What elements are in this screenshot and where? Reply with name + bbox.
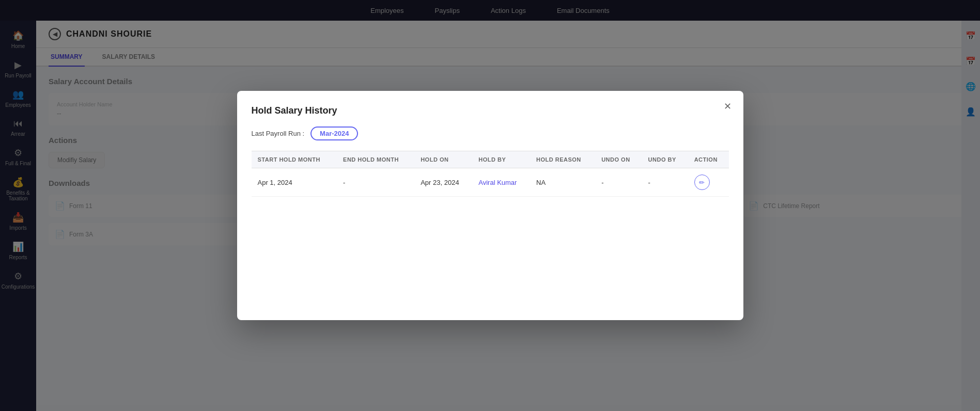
cell-undo-on: - [595, 168, 642, 197]
cell-undo-by: - [642, 168, 688, 197]
col-hold-on: HOLD ON [414, 151, 472, 168]
col-undo-on: UNDO ON [595, 151, 642, 168]
edit-icon: ✏ [699, 179, 705, 186]
hold-by-link[interactable]: Aviral Kumar [478, 179, 517, 186]
cell-action: ✏ [688, 168, 729, 197]
modal-table-container: START HOLD MONTH END HOLD MONTH HOLD ON … [252, 151, 729, 306]
last-payroll-label: Last Payroll Run : [252, 130, 305, 137]
cell-end-hold-month: - [337, 168, 414, 197]
modal-title: Hold Salary History [252, 105, 729, 116]
edit-action-button[interactable]: ✏ [694, 175, 710, 190]
col-hold-by: HOLD BY [472, 151, 530, 168]
cell-hold-reason: NA [530, 168, 595, 197]
modal-overlay: ✕ Hold Salary History Last Payroll Run :… [0, 0, 980, 411]
last-payroll-row: Last Payroll Run : Mar-2024 [252, 127, 729, 140]
last-payroll-badge: Mar-2024 [310, 127, 358, 140]
modal-close-button[interactable]: ✕ [721, 99, 735, 114]
cell-hold-by: Aviral Kumar [472, 168, 530, 197]
hold-salary-table: START HOLD MONTH END HOLD MONTH HOLD ON … [252, 151, 729, 197]
cell-hold-on: Apr 23, 2024 [414, 168, 472, 197]
table-row: Apr 1, 2024 - Apr 23, 2024 Aviral Kumar … [252, 168, 729, 197]
col-undo-by: UNDO BY [642, 151, 688, 168]
col-start-hold-month: START HOLD MONTH [252, 151, 337, 168]
col-action: ACTION [688, 151, 729, 168]
cell-start-hold-month: Apr 1, 2024 [252, 168, 337, 197]
hold-salary-history-modal: ✕ Hold Salary History Last Payroll Run :… [237, 91, 743, 320]
col-end-hold-month: END HOLD MONTH [337, 151, 414, 168]
col-hold-reason: HOLD REASON [530, 151, 595, 168]
